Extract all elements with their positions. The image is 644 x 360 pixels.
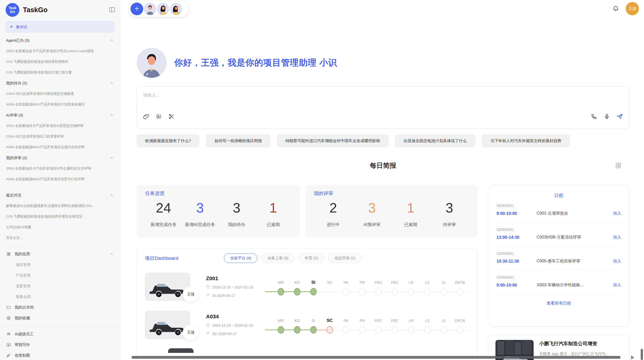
agent-avatar[interactable] xyxy=(170,3,182,15)
milestone: OKTB xyxy=(452,279,468,295)
agent-avatar[interactable] xyxy=(144,3,156,15)
sidebar-item[interactable]: C02-飞腾新能源轻客改款项目的闭环通告反馈情况 xyxy=(0,211,120,222)
join-link[interactable]: 加入 xyxy=(613,259,621,264)
suggestion-chip[interactable]: 如何写一份清晰的项目周报 xyxy=(206,134,270,147)
agent-avatar[interactable] xyxy=(157,3,169,15)
sidebar-item-favorites[interactable]: 我的收藏 xyxy=(0,313,120,323)
tab-new-body[interactable]: 全新上装 (3) xyxy=(261,253,295,263)
milestone-label: PEC xyxy=(370,279,387,286)
sidebar-item[interactable]: Z001-全新燃油皮卡产品开发项目SI节点Lesson Learn报告 xyxy=(0,46,120,56)
next-project-partial xyxy=(168,348,194,353)
microphone-button[interactable] xyxy=(604,113,610,120)
sidebar-item-my-apps[interactable]: 我的应用 xyxy=(0,249,120,259)
stat-label: 新增AI完成任务 xyxy=(182,222,218,228)
scroll-right-arrow[interactable] xyxy=(631,355,634,359)
sidebar-item[interactable]: C0X4-动力总成开发项目工程变更评审 xyxy=(0,131,120,142)
sidebar-item[interactable]: C0X4-动力总成开发项目SI里程碑提交物检查 xyxy=(0,88,120,99)
milestone-dot xyxy=(278,326,284,334)
horizontal-scrollbar-thumb[interactable] xyxy=(131,356,621,359)
stat-label: 已逾期 xyxy=(255,222,291,228)
sidebar-collapse-button[interactable] xyxy=(109,6,115,14)
greeting-text: 你好，王强，我是你的项目管理助理 小识 xyxy=(174,57,337,69)
milestone-dot xyxy=(408,326,414,334)
event-time: 10:30-11:30 xyxy=(496,259,537,264)
divider xyxy=(0,187,120,187)
milestone: SC xyxy=(321,317,338,334)
project-flag-text: SC-2025-05-17 xyxy=(212,332,237,336)
user-avatar[interactable]: 王强 xyxy=(626,2,639,15)
sidebar-section-my-review[interactable]: 我的评审 (2) xyxy=(0,153,120,163)
briefing-layout-button[interactable] xyxy=(615,162,622,170)
sidebar-item-product-mgmt[interactable]: 产品管理 xyxy=(0,270,120,281)
sidebar-section-my-todo[interactable]: 我的待办 (2) xyxy=(0,78,120,88)
sidebar-item-project-mgmt[interactable]: 项目管理 xyxy=(0,259,120,270)
image-button[interactable] xyxy=(156,113,162,120)
sidebar-item-change-mgmt[interactable]: 变更管理 xyxy=(0,281,120,291)
sidebar-item[interactable]: A034-全新新能源MUV产品开发项目法规符合性评审 xyxy=(0,142,120,153)
suggestion-chip[interactable]: 欧洲新规最近颁布了什么? xyxy=(137,134,199,147)
milestone-label: KO xyxy=(289,317,305,324)
sidebar-view-all-chats[interactable]: 查看全部... xyxy=(0,233,120,243)
section-title: AI评审 (3) xyxy=(6,113,23,118)
milestone-label: J1 xyxy=(435,317,452,324)
section-title: 最近对话 xyxy=(6,193,21,198)
project-flag: SI-2025-05-17 xyxy=(206,293,265,298)
milestone-label-current: SC xyxy=(321,317,338,324)
sidebar-item[interactable]: 解释最新出台的欧盟报废车法规再生塑料比例被调至15%... xyxy=(0,201,120,211)
composer xyxy=(137,86,630,128)
suggestion-chip[interactable]: 当下年轻人对汽车外观有怎样的喜好趋势 xyxy=(482,134,570,147)
project-row-z001[interactable]: 王强 Z001 2023-12-19 ~ 2027-01-19 SI-2025-… xyxy=(145,273,469,301)
add-agent-button[interactable] xyxy=(130,3,143,15)
sidebar-item-ai-super-staff[interactable]: AI超级员工 xyxy=(0,329,120,339)
project-row-a034[interactable]: 王强 A034 2023-12-19 ~ 2026-01-19 SC-2025-… xyxy=(145,311,469,339)
sidebar-item[interactable]: Z001-全新燃油轻卡产品开发项目SI造型提交物评审 xyxy=(0,121,120,131)
join-link[interactable]: 加入 xyxy=(613,282,621,288)
sidebar-collapse-icon xyxy=(109,6,115,14)
card-title: 我的评审 xyxy=(314,190,469,197)
sidebar-view-all-apps[interactable]: 查看全部... xyxy=(0,291,120,302)
sidebar-item[interactable]: Z001-全新燃油轻卡产品开发项目SI节点属性5D文件评审 xyxy=(0,163,120,174)
sidebar-item-cloud-space[interactable]: 我的云空间 xyxy=(0,302,120,313)
clock-icon xyxy=(206,323,210,328)
sidebar-item[interactable]: C02-飞腾新能源轻客改款项目立项汇报方案 xyxy=(0,67,120,78)
tab-model-year[interactable]: 年型 (2) xyxy=(298,253,325,263)
send-button[interactable] xyxy=(617,113,623,121)
attach-button[interactable] xyxy=(143,113,149,120)
schedule-event: 2025/03/11 13:00-14:30 C003|H0B-方案冻结评审 加… xyxy=(496,222,621,246)
stat-label: 新增完成任务 xyxy=(145,222,182,228)
stat-overdue: 1 已逾期 xyxy=(255,200,291,228)
join-link[interactable]: 加入 xyxy=(613,235,621,240)
sidebar-item[interactable]: C02-飞腾新能源轻客改款项目里程碑画布 xyxy=(0,56,120,67)
sidebar-item[interactable]: 公司Q3轻卡销量 xyxy=(0,222,120,233)
view-all-schedule-button[interactable]: 查看所有日程 xyxy=(547,301,571,306)
milestone-dot xyxy=(359,288,365,295)
composer-input[interactable] xyxy=(143,92,623,112)
notifications-button[interactable] xyxy=(612,5,619,12)
scissors-button[interactable] xyxy=(168,113,174,120)
sidebar-section-agent-done[interactable]: Agent已办 (3) xyxy=(0,35,120,46)
sidebar-item[interactable]: A034-全新新能源MUV产品开发项目计划变更表编写 xyxy=(0,99,120,110)
stat-new-completed: 24 新增完成任务 xyxy=(145,200,182,228)
sidebar-item-creative-drawing[interactable]: 创意制图 xyxy=(0,350,120,360)
suggestion-chip[interactable]: 特朗普可能对进口汽车增税会对中国车企造成哪些影响 xyxy=(277,134,389,147)
project-info: Z001 2023-12-19 ~ 2027-01-19 SI-2025-05-… xyxy=(206,275,265,298)
sidebar-section-recent-chats[interactable]: 最近对话 xyxy=(0,190,120,201)
milestone-dot xyxy=(294,326,300,334)
vertical-scrollbar-thumb[interactable] xyxy=(641,349,643,360)
sidebar-section-ai-review[interactable]: AI评审 (3) xyxy=(0,110,120,121)
tab-new-platform[interactable]: 全新平台 (4) xyxy=(224,253,258,263)
stat-value: 3 xyxy=(182,200,218,216)
milestone-dot xyxy=(392,288,398,295)
sidebar-item-help-me-write[interactable]: 帮我写作 xyxy=(0,339,120,350)
milestone: LS xyxy=(419,279,435,295)
section-title: Agent已办 (3) xyxy=(6,38,30,43)
sidebar-item[interactable]: A034-全新新能源MUV产品开发项目造型可行性评审 xyxy=(0,174,120,185)
voice-call-button[interactable] xyxy=(591,113,597,120)
new-chat-button[interactable]: 新对话 xyxy=(6,21,115,33)
event-name: X003-车辆动力学性能验... xyxy=(537,282,613,288)
suggestion-chip[interactable]: 比亚迪全固态电池计划具体说了什么 xyxy=(395,134,475,147)
tab-powertrain[interactable]: 动总开发 (1) xyxy=(328,253,362,263)
milestone-label: PR xyxy=(354,279,370,286)
right-column: 日程 2025/03/11 9:00-10:00 C001-立项审批会 加入 2… xyxy=(488,185,630,360)
join-link[interactable]: 加入 xyxy=(613,211,621,216)
